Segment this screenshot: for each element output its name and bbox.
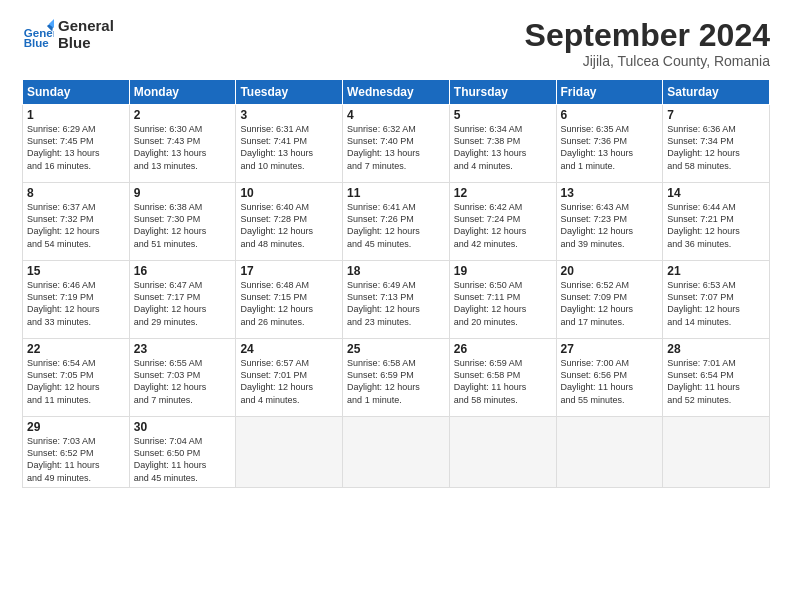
table-row: 1Sunrise: 6:29 AM Sunset: 7:45 PM Daylig… xyxy=(23,105,130,183)
table-row: 7Sunrise: 6:36 AM Sunset: 7:34 PM Daylig… xyxy=(663,105,770,183)
cell-text: Sunrise: 6:49 AM Sunset: 7:13 PM Dayligh… xyxy=(347,279,445,328)
day-number: 30 xyxy=(134,420,232,434)
cell-text: Sunrise: 6:47 AM Sunset: 7:17 PM Dayligh… xyxy=(134,279,232,328)
cell-text: Sunrise: 6:48 AM Sunset: 7:15 PM Dayligh… xyxy=(240,279,338,328)
day-number: 3 xyxy=(240,108,338,122)
logo-text-line1: General xyxy=(58,18,114,35)
day-number: 16 xyxy=(134,264,232,278)
table-row: 15Sunrise: 6:46 AM Sunset: 7:19 PM Dayli… xyxy=(23,261,130,339)
subtitle: Jijila, Tulcea County, Romania xyxy=(525,53,770,69)
cell-text: Sunrise: 6:43 AM Sunset: 7:23 PM Dayligh… xyxy=(561,201,659,250)
table-row: 23Sunrise: 6:55 AM Sunset: 7:03 PM Dayli… xyxy=(129,339,236,417)
table-row: 17Sunrise: 6:48 AM Sunset: 7:15 PM Dayli… xyxy=(236,261,343,339)
cell-text: Sunrise: 7:03 AM Sunset: 6:52 PM Dayligh… xyxy=(27,435,125,484)
cell-text: Sunrise: 6:50 AM Sunset: 7:11 PM Dayligh… xyxy=(454,279,552,328)
day-number: 10 xyxy=(240,186,338,200)
cell-text: Sunrise: 6:34 AM Sunset: 7:38 PM Dayligh… xyxy=(454,123,552,172)
day-number: 12 xyxy=(454,186,552,200)
cell-text: Sunrise: 6:58 AM Sunset: 6:59 PM Dayligh… xyxy=(347,357,445,406)
cell-text: Sunrise: 6:32 AM Sunset: 7:40 PM Dayligh… xyxy=(347,123,445,172)
calendar-week-row: 15Sunrise: 6:46 AM Sunset: 7:19 PM Dayli… xyxy=(23,261,770,339)
table-row xyxy=(343,417,450,488)
calendar-week-row: 29Sunrise: 7:03 AM Sunset: 6:52 PM Dayli… xyxy=(23,417,770,488)
day-number: 19 xyxy=(454,264,552,278)
header-row: Sunday Monday Tuesday Wednesday Thursday… xyxy=(23,80,770,105)
day-number: 24 xyxy=(240,342,338,356)
logo-icon: General Blue xyxy=(22,19,54,51)
day-number: 5 xyxy=(454,108,552,122)
table-row: 28Sunrise: 7:01 AM Sunset: 6:54 PM Dayli… xyxy=(663,339,770,417)
table-row: 5Sunrise: 6:34 AM Sunset: 7:38 PM Daylig… xyxy=(449,105,556,183)
cell-text: Sunrise: 6:40 AM Sunset: 7:28 PM Dayligh… xyxy=(240,201,338,250)
calendar-week-row: 22Sunrise: 6:54 AM Sunset: 7:05 PM Dayli… xyxy=(23,339,770,417)
table-row: 29Sunrise: 7:03 AM Sunset: 6:52 PM Dayli… xyxy=(23,417,130,488)
day-number: 8 xyxy=(27,186,125,200)
cell-text: Sunrise: 6:57 AM Sunset: 7:01 PM Dayligh… xyxy=(240,357,338,406)
th-thursday: Thursday xyxy=(449,80,556,105)
th-wednesday: Wednesday xyxy=(343,80,450,105)
table-row: 22Sunrise: 6:54 AM Sunset: 7:05 PM Dayli… xyxy=(23,339,130,417)
logo: General Blue General Blue xyxy=(22,18,114,51)
page: General Blue General Blue September 2024… xyxy=(0,0,792,612)
day-number: 22 xyxy=(27,342,125,356)
day-number: 15 xyxy=(27,264,125,278)
table-row xyxy=(663,417,770,488)
table-row: 3Sunrise: 6:31 AM Sunset: 7:41 PM Daylig… xyxy=(236,105,343,183)
calendar-week-row: 8Sunrise: 6:37 AM Sunset: 7:32 PM Daylig… xyxy=(23,183,770,261)
cell-text: Sunrise: 6:38 AM Sunset: 7:30 PM Dayligh… xyxy=(134,201,232,250)
day-number: 7 xyxy=(667,108,765,122)
table-row: 8Sunrise: 6:37 AM Sunset: 7:32 PM Daylig… xyxy=(23,183,130,261)
cell-text: Sunrise: 6:46 AM Sunset: 7:19 PM Dayligh… xyxy=(27,279,125,328)
day-number: 13 xyxy=(561,186,659,200)
table-row: 25Sunrise: 6:58 AM Sunset: 6:59 PM Dayli… xyxy=(343,339,450,417)
day-number: 11 xyxy=(347,186,445,200)
cell-text: Sunrise: 6:42 AM Sunset: 7:24 PM Dayligh… xyxy=(454,201,552,250)
th-tuesday: Tuesday xyxy=(236,80,343,105)
cell-text: Sunrise: 6:53 AM Sunset: 7:07 PM Dayligh… xyxy=(667,279,765,328)
th-friday: Friday xyxy=(556,80,663,105)
day-number: 14 xyxy=(667,186,765,200)
cell-text: Sunrise: 6:29 AM Sunset: 7:45 PM Dayligh… xyxy=(27,123,125,172)
cell-text: Sunrise: 7:04 AM Sunset: 6:50 PM Dayligh… xyxy=(134,435,232,484)
svg-text:Blue: Blue xyxy=(24,37,50,49)
table-row: 10Sunrise: 6:40 AM Sunset: 7:28 PM Dayli… xyxy=(236,183,343,261)
cell-text: Sunrise: 6:52 AM Sunset: 7:09 PM Dayligh… xyxy=(561,279,659,328)
table-row: 9Sunrise: 6:38 AM Sunset: 7:30 PM Daylig… xyxy=(129,183,236,261)
cell-text: Sunrise: 6:59 AM Sunset: 6:58 PM Dayligh… xyxy=(454,357,552,406)
table-row xyxy=(449,417,556,488)
table-row: 20Sunrise: 6:52 AM Sunset: 7:09 PM Dayli… xyxy=(556,261,663,339)
cell-text: Sunrise: 6:37 AM Sunset: 7:32 PM Dayligh… xyxy=(27,201,125,250)
table-row: 27Sunrise: 7:00 AM Sunset: 6:56 PM Dayli… xyxy=(556,339,663,417)
th-sunday: Sunday xyxy=(23,80,130,105)
month-title: September 2024 xyxy=(525,18,770,53)
day-number: 2 xyxy=(134,108,232,122)
table-row: 24Sunrise: 6:57 AM Sunset: 7:01 PM Dayli… xyxy=(236,339,343,417)
table-row: 30Sunrise: 7:04 AM Sunset: 6:50 PM Dayli… xyxy=(129,417,236,488)
calendar-week-row: 1Sunrise: 6:29 AM Sunset: 7:45 PM Daylig… xyxy=(23,105,770,183)
day-number: 23 xyxy=(134,342,232,356)
table-row xyxy=(236,417,343,488)
day-number: 28 xyxy=(667,342,765,356)
table-row: 12Sunrise: 6:42 AM Sunset: 7:24 PM Dayli… xyxy=(449,183,556,261)
table-row: 14Sunrise: 6:44 AM Sunset: 7:21 PM Dayli… xyxy=(663,183,770,261)
day-number: 6 xyxy=(561,108,659,122)
day-number: 20 xyxy=(561,264,659,278)
table-row: 21Sunrise: 6:53 AM Sunset: 7:07 PM Dayli… xyxy=(663,261,770,339)
cell-text: Sunrise: 7:00 AM Sunset: 6:56 PM Dayligh… xyxy=(561,357,659,406)
cell-text: Sunrise: 6:31 AM Sunset: 7:41 PM Dayligh… xyxy=(240,123,338,172)
logo-text-line2: Blue xyxy=(58,35,114,52)
table-row: 18Sunrise: 6:49 AM Sunset: 7:13 PM Dayli… xyxy=(343,261,450,339)
cell-text: Sunrise: 6:55 AM Sunset: 7:03 PM Dayligh… xyxy=(134,357,232,406)
th-saturday: Saturday xyxy=(663,80,770,105)
table-row: 11Sunrise: 6:41 AM Sunset: 7:26 PM Dayli… xyxy=(343,183,450,261)
day-number: 27 xyxy=(561,342,659,356)
table-row: 4Sunrise: 6:32 AM Sunset: 7:40 PM Daylig… xyxy=(343,105,450,183)
table-row: 16Sunrise: 6:47 AM Sunset: 7:17 PM Dayli… xyxy=(129,261,236,339)
cell-text: Sunrise: 6:41 AM Sunset: 7:26 PM Dayligh… xyxy=(347,201,445,250)
table-row: 26Sunrise: 6:59 AM Sunset: 6:58 PM Dayli… xyxy=(449,339,556,417)
table-row xyxy=(556,417,663,488)
table-row: 13Sunrise: 6:43 AM Sunset: 7:23 PM Dayli… xyxy=(556,183,663,261)
day-number: 18 xyxy=(347,264,445,278)
title-block: September 2024 Jijila, Tulcea County, Ro… xyxy=(525,18,770,69)
cell-text: Sunrise: 6:30 AM Sunset: 7:43 PM Dayligh… xyxy=(134,123,232,172)
